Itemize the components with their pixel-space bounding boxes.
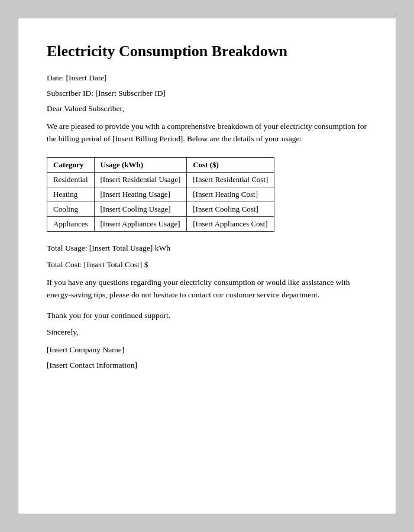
thank-you-text: Thank you for your continued support.	[47, 311, 367, 320]
table-cell: Appliances	[47, 217, 95, 232]
table-row: Residential[Insert Residential Usage][In…	[47, 173, 274, 187]
sincerely-text: Sincerely,	[47, 327, 367, 337]
document-page: Electricity Consumption Breakdown Date: …	[18, 18, 396, 514]
table-cell: Cooling	[47, 202, 95, 217]
table-body: Residential[Insert Residential Usage][In…	[47, 173, 274, 232]
col-header-category: Category	[47, 158, 95, 173]
usage-table: Category Usage (kWh) Cost ($) Residentia…	[47, 157, 274, 232]
date-line: Date: [Insert Date]	[47, 73, 367, 83]
greeting-text: Dear Valued Subscriber,	[47, 104, 367, 113]
contact-info: [Insert Contact Information]	[47, 361, 367, 370]
total-cost-line: Total Cost: [Insert Total Cost] $	[47, 260, 367, 270]
subscriber-line: Subscriber ID: [Insert Subscriber ID]	[47, 89, 367, 98]
table-cell: [Insert Residential Cost]	[187, 173, 274, 187]
table-cell: Heating	[47, 187, 95, 202]
table-cell: [Insert Cooling Usage]	[94, 202, 187, 217]
company-name: [Insert Company Name]	[47, 345, 367, 355]
total-usage-line: Total Usage: [Insert Total Usage] kWh	[47, 244, 367, 253]
table-cell: [Insert Residential Usage]	[94, 173, 187, 187]
document-title: Electricity Consumption Breakdown	[47, 42, 367, 60]
table-cell: [Insert Heating Cost]	[187, 187, 274, 202]
table-cell: [Insert Appliances Usage]	[94, 217, 187, 232]
table-cell: [Insert Heating Usage]	[94, 187, 187, 202]
col-header-cost: Cost ($)	[187, 158, 274, 173]
table-row: Heating[Insert Heating Usage][Insert Hea…	[47, 187, 274, 202]
col-header-usage: Usage (kWh)	[94, 158, 187, 173]
table-cell: [Insert Appliances Cost]	[187, 217, 274, 232]
table-row: Appliances[Insert Appliances Usage][Inse…	[47, 217, 274, 232]
intro-text: We are pleased to provide you with a com…	[47, 121, 367, 145]
table-row: Cooling[Insert Cooling Usage][Insert Coo…	[47, 202, 274, 217]
closing-note: If you have any questions regarding your…	[47, 277, 367, 301]
table-cell: [Insert Cooling Cost]	[187, 202, 274, 217]
table-cell: Residential	[47, 173, 95, 187]
table-header-row: Category Usage (kWh) Cost ($)	[47, 158, 274, 173]
